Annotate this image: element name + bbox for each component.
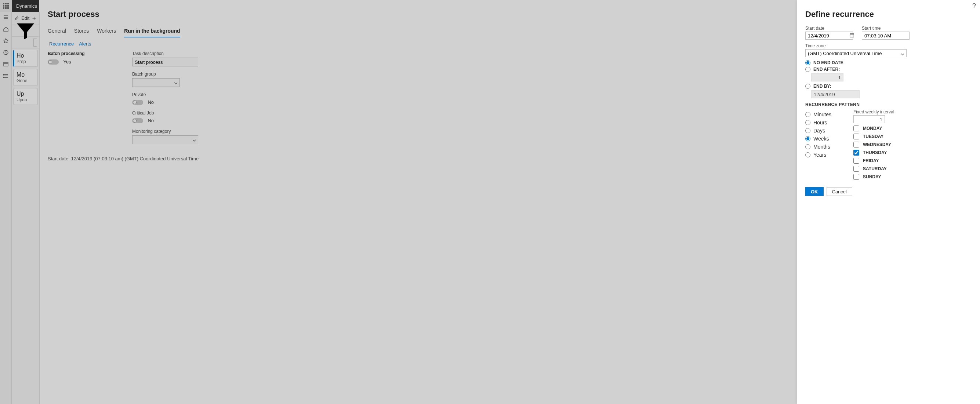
end-after-radio[interactable] xyxy=(805,67,810,72)
day-sunday-label: SUNDAY xyxy=(863,174,881,180)
modules-icon[interactable] xyxy=(3,73,9,79)
day-saturday-label: SATURDAY xyxy=(863,166,887,171)
batch-processing-label: Batch processing xyxy=(48,51,110,56)
lines-icon[interactable] xyxy=(14,34,31,51)
help-button[interactable]: ? xyxy=(968,0,980,12)
day-tuesday-checkbox[interactable] xyxy=(853,134,859,140)
fixed-weekly-label: Fixed weekly interval xyxy=(853,109,894,115)
start-process-panel: Start process General Stores Workers Run… xyxy=(40,0,390,404)
workspaces-icon[interactable] xyxy=(3,61,9,67)
unit-hours-label: Hours xyxy=(813,119,827,126)
no-end-date-label: NO END DATE xyxy=(813,60,843,65)
start-time-input[interactable] xyxy=(862,32,910,40)
list-card[interactable]: Mo Gene xyxy=(13,69,38,86)
calendar-icon[interactable] xyxy=(850,33,854,38)
list-panel: Edit Fil Ho Prep Mo Gene Up Upda xyxy=(12,12,40,404)
end-by-radio[interactable] xyxy=(805,84,810,89)
card-subtitle: Gene xyxy=(16,78,35,83)
unit-weeks-radio[interactable] xyxy=(805,136,810,141)
waffle-icon xyxy=(3,3,9,9)
task-description-input[interactable] xyxy=(132,57,198,67)
ok-button[interactable]: OK xyxy=(805,187,824,196)
private-label: Private xyxy=(132,92,213,97)
timezone-select[interactable] xyxy=(805,49,907,57)
no-end-date-radio[interactable] xyxy=(805,60,810,65)
day-sunday-checkbox[interactable] xyxy=(853,174,859,180)
unit-years-label: Years xyxy=(813,152,826,158)
monitoring-label: Monitoring category xyxy=(132,129,213,134)
start-time-label: Start time xyxy=(862,26,912,31)
tab-general[interactable]: General xyxy=(48,26,66,37)
unit-minutes-label: Minutes xyxy=(813,111,831,118)
day-wednesday-checkbox[interactable] xyxy=(853,142,859,148)
day-thursday-checkbox[interactable] xyxy=(853,150,859,156)
card-title: Up xyxy=(16,91,35,97)
task-description-label: Task description xyxy=(132,51,213,56)
subtab-recurrence[interactable]: Recurrence xyxy=(49,41,74,47)
flyout-title: Define recurrence xyxy=(805,10,972,19)
batch-processing-state: Yes xyxy=(63,59,71,65)
batch-group-select[interactable] xyxy=(132,78,180,87)
unit-days-label: Days xyxy=(813,128,825,134)
pattern-heading: RECURRENCE PATTERN xyxy=(805,102,972,107)
fixed-weekly-input[interactable] xyxy=(853,115,885,123)
svg-point-3 xyxy=(3,76,4,76)
sub-tab-strip: Recurrence Alerts xyxy=(49,41,382,47)
page-title: Start process xyxy=(48,10,382,19)
hamburger-icon[interactable] xyxy=(3,14,9,21)
start-date-label: Start date xyxy=(805,26,857,31)
svg-point-2 xyxy=(3,75,4,75)
critical-state: No xyxy=(148,118,154,123)
unit-weeks-label: Weeks xyxy=(813,136,829,142)
batch-processing-toggle[interactable] xyxy=(48,59,59,65)
tab-run-background[interactable]: Run in the background xyxy=(124,26,180,37)
card-list: Ho Prep Mo Gene Up Upda xyxy=(12,48,39,105)
unit-days-radio[interactable] xyxy=(805,128,810,133)
app-launcher-button[interactable] xyxy=(0,0,12,12)
day-wednesday-label: WEDNESDAY xyxy=(863,142,891,147)
list-search-row: Fil xyxy=(12,37,39,48)
list-card[interactable]: Up Upda xyxy=(13,88,38,105)
card-subtitle: Upda xyxy=(16,97,35,102)
day-thursday-label: THURSDAY xyxy=(863,150,887,155)
private-state: No xyxy=(148,99,154,105)
unit-minutes-radio[interactable] xyxy=(805,112,810,117)
svg-rect-6 xyxy=(850,34,854,37)
card-title: Mo xyxy=(16,72,35,78)
recurrence-flyout: Define recurrence Start date Start time … xyxy=(797,0,980,404)
day-tuesday-label: TUESDAY xyxy=(863,134,883,139)
card-subtitle: Prep xyxy=(16,59,35,64)
start-date-summary: Start date: 12/4/2019 (07:03:10 am) (GMT… xyxy=(48,156,382,161)
private-toggle[interactable] xyxy=(132,100,143,105)
end-by-label: END BY: xyxy=(813,84,831,89)
pattern-unit-group: Minutes Hours Days Weeks Months Years xyxy=(805,109,831,182)
end-after-value xyxy=(811,73,843,81)
start-date-input[interactable] xyxy=(805,32,853,40)
unit-years-radio[interactable] xyxy=(805,152,810,157)
unit-months-label: Months xyxy=(813,144,830,150)
monitoring-select[interactable] xyxy=(132,135,198,144)
recent-icon[interactable] xyxy=(3,49,9,56)
home-icon[interactable] xyxy=(3,26,9,32)
day-monday-checkbox[interactable] xyxy=(853,126,859,131)
svg-rect-1 xyxy=(4,62,8,66)
day-saturday-checkbox[interactable] xyxy=(853,166,859,172)
batch-group-label: Batch group xyxy=(132,72,213,77)
list-card[interactable]: Ho Prep xyxy=(13,50,38,67)
app-brand: Dynamics xyxy=(12,0,39,12)
unit-months-radio[interactable] xyxy=(805,144,810,150)
end-by-value xyxy=(811,90,860,99)
timezone-label: Time zone xyxy=(805,43,972,48)
critical-label: Critical Job xyxy=(132,110,213,116)
tab-workers[interactable]: Workers xyxy=(97,26,116,37)
critical-toggle[interactable] xyxy=(132,118,143,123)
unit-hours-radio[interactable] xyxy=(805,120,810,125)
search-input[interactable]: Fil xyxy=(33,38,37,47)
day-friday-label: FRIDAY xyxy=(863,158,879,163)
subtab-alerts[interactable]: Alerts xyxy=(79,41,91,47)
cancel-button[interactable]: Cancel xyxy=(827,187,852,196)
favorite-icon[interactable] xyxy=(3,37,9,44)
tab-stores[interactable]: Stores xyxy=(74,26,89,37)
end-after-label: END AFTER: xyxy=(813,67,840,72)
day-friday-checkbox[interactable] xyxy=(853,158,859,164)
